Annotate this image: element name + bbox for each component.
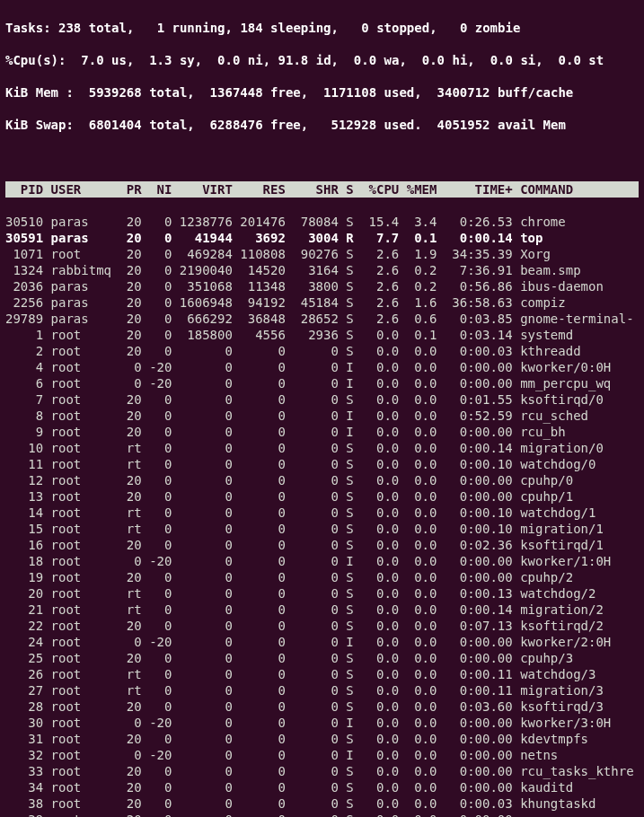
process-row[interactable]: 8 root 20 0 0 0 0 I 0.0 0.0 0:52.59 rcu_…: [5, 408, 639, 424]
process-row[interactable]: 30510 paras 20 0 1238776 201476 78084 S …: [5, 214, 639, 230]
process-row[interactable]: 13 root 20 0 0 0 0 S 0.0 0.0 0:00.00 cpu…: [5, 488, 639, 505]
process-row[interactable]: 4 root 0 -20 0 0 0 I 0.0 0.0 0:00.00 kwo…: [5, 359, 639, 375]
process-row[interactable]: 7 root 20 0 0 0 0 S 0.0 0.0 0:01.55 ksof…: [5, 391, 639, 408]
process-row[interactable]: 14 root rt 0 0 0 0 S 0.0 0.0 0:00.10 wat…: [5, 505, 639, 521]
process-row[interactable]: 27 root rt 0 0 0 0 S 0.0 0.0 0:00.11 mig…: [5, 682, 639, 698]
process-row[interactable]: 32 root 0 -20 0 0 0 I 0.0 0.0 0:00.00 ne…: [5, 747, 639, 763]
swap-free: 6288476: [210, 118, 263, 132]
cpu-summary-line: %Cpu(s): 7.0 us, 1.3 sy, 0.0 ni, 91.8 id…: [5, 52, 639, 68]
cpu-ni: 0.0: [217, 53, 240, 67]
process-row[interactable]: 21 root rt 0 0 0 0 S 0.0 0.0 0:00.14 mig…: [5, 602, 639, 618]
process-row[interactable]: 12 root 20 0 0 0 0 S 0.0 0.0 0:00.00 cpu…: [5, 472, 639, 488]
process-row[interactable]: 2036 paras 20 0 351068 11348 3800 S 2.6 …: [5, 278, 639, 294]
column-headers: PID USER PR NI VIRT RES SHR S %CPU %MEM …: [5, 181, 639, 198]
process-list[interactable]: 30510 paras 20 0 1238776 201476 78084 S …: [5, 214, 639, 817]
process-row[interactable]: 19 root 20 0 0 0 0 S 0.0 0.0 0:00.00 cpu…: [5, 569, 639, 585]
terminal-screen[interactable]: Tasks: 238 total, 1 running, 184 sleepin…: [0, 0, 644, 817]
process-row[interactable]: 38 root 20 0 0 0 0 S 0.0 0.0 0:00.03 khu…: [5, 795, 639, 812]
tasks-stopped: 0: [361, 21, 368, 35]
cpu-si: 0.0: [490, 53, 513, 67]
tasks-running: 1: [157, 21, 164, 35]
process-row[interactable]: 34 root 20 0 0 0 0 S 0.0 0.0 0:00.00 kau…: [5, 779, 639, 795]
tasks-label: Tasks:: [5, 21, 51, 35]
cpu-sy: 1.3: [149, 53, 172, 67]
process-row[interactable]: 6 root 0 -20 0 0 0 I 0.0 0.0 0:00.00 mm_…: [5, 375, 639, 391]
process-row[interactable]: 2 root 20 0 0 0 0 S 0.0 0.0 0:00.03 kthr…: [5, 343, 639, 359]
process-row[interactable]: 30 root 0 -20 0 0 0 I 0.0 0.0 0:00.00 kw…: [5, 715, 639, 731]
cpu-wa: 0.0: [354, 53, 376, 67]
process-row[interactable]: 1 root 20 0 185800 4556 2936 S 0.0 0.1 0…: [5, 327, 639, 343]
mem-free: 1367448: [210, 85, 263, 100]
mem-label: KiB Mem :: [5, 85, 74, 100]
swap-avail: 4051952: [437, 118, 490, 132]
mem-used: 1171108: [323, 85, 376, 100]
process-row[interactable]: 26 root rt 0 0 0 0 S 0.0 0.0 0:00.11 wat…: [5, 666, 639, 682]
mem-total: 5939268: [89, 85, 142, 100]
cpu-id: 91.8: [278, 53, 309, 67]
cpu-st: 0.0: [559, 53, 581, 67]
process-row[interactable]: 11 root rt 0 0 0 0 S 0.0 0.0 0:00.10 wat…: [5, 456, 639, 472]
cpu-hi: 0.0: [422, 53, 445, 67]
tasks-zombie: 0: [460, 21, 467, 35]
swap-total: 6801404: [89, 118, 142, 132]
process-row[interactable]: 10 root rt 0 0 0 0 S 0.0 0.0 0:00.14 mig…: [5, 440, 639, 456]
mem-summary-line: KiB Mem : 5939268 total, 1367448 free, 1…: [5, 84, 639, 101]
process-row[interactable]: 24 root 0 -20 0 0 0 I 0.0 0.0 0:00.00 kw…: [5, 634, 639, 650]
swap-used: 512928: [331, 118, 377, 132]
process-row[interactable]: 15 root rt 0 0 0 0 S 0.0 0.0 0:00.10 mig…: [5, 521, 639, 537]
process-row[interactable]: 29789 paras 20 0 666292 36848 28652 S 2.…: [5, 311, 639, 327]
tasks-summary-line: Tasks: 238 total, 1 running, 184 sleepin…: [5, 20, 639, 36]
process-row[interactable]: 39 root 20 0 0 0 0 S 0.0 0.0 0:00.00 oom…: [5, 812, 639, 817]
process-row[interactable]: 28 root 20 0 0 0 0 S 0.0 0.0 0:03.60 kso…: [5, 698, 639, 715]
swap-summary-line: KiB Swap: 6801404 total, 6288476 free, 5…: [5, 117, 639, 133]
process-row[interactable]: 31 root 20 0 0 0 0 S 0.0 0.0 0:00.00 kde…: [5, 731, 639, 747]
blank-line: [5, 149, 639, 165]
cpu-us: 7.0: [81, 53, 103, 67]
tasks-sleeping: 184: [240, 21, 262, 35]
process-row[interactable]: 30591 paras 20 0 41944 3692 3004 R 7.7 0…: [5, 230, 639, 246]
swap-label: KiB Swap:: [5, 118, 74, 132]
process-row[interactable]: 22 root 20 0 0 0 0 S 0.0 0.0 0:07.13 kso…: [5, 618, 639, 634]
process-row[interactable]: 25 root 20 0 0 0 0 S 0.0 0.0 0:00.00 cpu…: [5, 650, 639, 666]
process-row[interactable]: 9 root 20 0 0 0 0 I 0.0 0.0 0:00.00 rcu_…: [5, 424, 639, 440]
process-row[interactable]: 2256 paras 20 0 1606948 94192 45184 S 2.…: [5, 294, 639, 311]
process-row[interactable]: 16 root 20 0 0 0 0 S 0.0 0.0 0:02.36 kso…: [5, 537, 639, 553]
process-row[interactable]: 18 root 0 -20 0 0 0 I 0.0 0.0 0:00.00 kw…: [5, 553, 639, 569]
process-row[interactable]: 1324 rabbitmq 20 0 2190040 14520 3164 S …: [5, 262, 639, 278]
cpu-label: %Cpu(s):: [5, 53, 66, 67]
process-row[interactable]: 20 root rt 0 0 0 0 S 0.0 0.0 0:00.13 wat…: [5, 585, 639, 602]
mem-buff: 3400712: [437, 85, 490, 100]
tasks-total: 238: [58, 21, 81, 35]
process-row[interactable]: 33 root 20 0 0 0 0 S 0.0 0.0 0:00.00 rcu…: [5, 763, 639, 779]
process-row[interactable]: 1071 root 20 0 469284 110808 90276 S 2.6…: [5, 246, 639, 262]
